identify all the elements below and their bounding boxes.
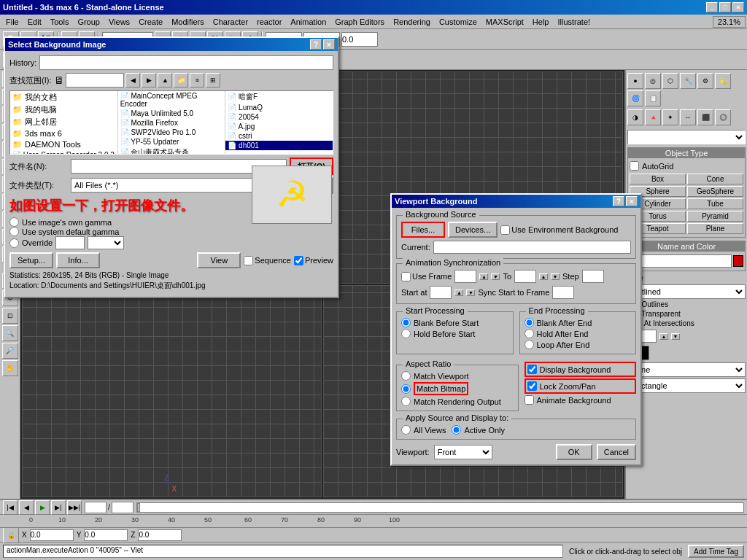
use-frame-val[interactable]: 0 bbox=[454, 270, 476, 283]
menu-create[interactable]: Create bbox=[134, 16, 167, 28]
menu-edit[interactable]: Edit bbox=[23, 16, 46, 28]
lock-icon[interactable]: 🔒 bbox=[3, 527, 19, 543]
rp-icon14[interactable]: 🔘 bbox=[715, 109, 731, 125]
sequence-check[interactable] bbox=[244, 256, 253, 265]
start-at-spinner-up[interactable]: ▲ bbox=[454, 289, 463, 296]
nav-back[interactable]: ◀ bbox=[125, 73, 140, 88]
coord-y[interactable] bbox=[84, 529, 128, 541]
menu-views[interactable]: Views bbox=[104, 16, 134, 28]
menu-customize[interactable]: Customize bbox=[435, 16, 481, 28]
match-bitmap-radio[interactable] bbox=[401, 384, 411, 394]
viewport-select[interactable]: Front bbox=[434, 445, 492, 459]
menu-character[interactable]: Character bbox=[209, 16, 252, 28]
preview-check[interactable] bbox=[294, 256, 303, 265]
file-item-pc[interactable]: 📁 我的电脑 bbox=[10, 104, 117, 116]
file-item-network[interactable]: 📁 网上邻居 bbox=[10, 116, 117, 128]
gamma-value[interactable] bbox=[55, 236, 85, 249]
gamma-system[interactable] bbox=[9, 227, 19, 236]
left-tool-pan[interactable]: ✋ bbox=[2, 360, 18, 376]
menu-help[interactable]: Help bbox=[528, 16, 554, 28]
nav-next[interactable]: ▶| bbox=[51, 500, 66, 515]
obj-btn-pyramid[interactable]: Pyramid bbox=[687, 211, 743, 222]
menu-modifiers[interactable]: Modifiers bbox=[167, 16, 209, 28]
menu-group[interactable]: Group bbox=[73, 16, 104, 28]
active-only-radio[interactable] bbox=[452, 425, 461, 435]
start-at-spinner-dn[interactable]: ▼ bbox=[466, 289, 475, 296]
rect-select[interactable]: Rectangle bbox=[627, 378, 746, 393]
use-frame-spinner-dn[interactable]: ▼ bbox=[491, 273, 500, 280]
file-list-area[interactable]: 📁 我的文档 📁 我的电脑 📁 网上邻居 📁 3ds max 6 📁 DAEMO… bbox=[9, 90, 333, 155]
file-item-dh001[interactable]: 📄 dh001 bbox=[225, 141, 333, 150]
vp-dialog-help[interactable]: ? bbox=[613, 196, 624, 206]
rp-icon2[interactable]: ◎ bbox=[645, 73, 661, 89]
value-spinner-dn[interactable]: ▼ bbox=[671, 333, 680, 340]
file-dialog-help[interactable]: ? bbox=[310, 39, 322, 50]
files-btn[interactable]: Files... bbox=[401, 222, 445, 238]
hold-after-end[interactable] bbox=[525, 329, 534, 338]
autogrid-check[interactable] bbox=[630, 161, 639, 171]
vp-cancel-btn[interactable]: Cancel bbox=[597, 444, 636, 460]
animate-bg-check[interactable] bbox=[525, 395, 534, 405]
blank-before-start[interactable] bbox=[401, 318, 411, 327]
hold-before-start[interactable] bbox=[401, 329, 411, 338]
file-item-dark[interactable]: 📄 暗窗F bbox=[225, 91, 333, 103]
view-btn[interactable]: View bbox=[197, 252, 241, 268]
setup-btn[interactable]: Setup... bbox=[9, 252, 53, 268]
devices-btn[interactable]: Devices... bbox=[448, 222, 498, 238]
rp-icon8[interactable]: 📋 bbox=[645, 90, 661, 106]
nav-fwd[interactable]: ▶ bbox=[142, 73, 156, 88]
gamma-select[interactable] bbox=[88, 236, 124, 249]
to-spinner-dn[interactable]: ▼ bbox=[551, 273, 560, 280]
file-item-maya[interactable]: 📄 Maya Unlimited 5.0 bbox=[118, 109, 225, 118]
sync-start-val[interactable]: 0 bbox=[552, 286, 574, 299]
rp-icon13[interactable]: ⬛ bbox=[697, 109, 713, 125]
rp-icon3[interactable]: ⬡ bbox=[662, 73, 678, 89]
to-spinner-up[interactable]: ▲ bbox=[539, 273, 548, 280]
start-at-val[interactable]: 0 bbox=[430, 286, 452, 299]
close-btn[interactable]: × bbox=[732, 2, 744, 12]
gamma-own[interactable] bbox=[9, 217, 19, 227]
nav-list[interactable]: ≡ bbox=[190, 73, 204, 88]
use-env-bg-check[interactable] bbox=[500, 225, 510, 235]
file-item-mc[interactable]: 📄 MainConcept MPEG Encoder bbox=[118, 91, 225, 109]
search-folder[interactable]: 桌面 bbox=[66, 73, 124, 88]
menu-reactor[interactable]: reactor bbox=[252, 16, 286, 28]
rp-icon12[interactable]: ↔ bbox=[680, 109, 696, 125]
obj-btn-plane[interactable]: Plane bbox=[687, 223, 743, 234]
step-val[interactable]: 1 bbox=[582, 270, 604, 283]
file-item-luma[interactable]: 📄 LumaQ bbox=[225, 103, 333, 112]
obj-btn-box[interactable]: Box bbox=[630, 174, 686, 184]
obj-btn-tube[interactable]: Tube bbox=[687, 198, 743, 209]
coord-x[interactable] bbox=[30, 529, 74, 541]
file-item-2005[interactable]: 📄 20054 bbox=[225, 112, 333, 122]
history-input[interactable]: I:\3dsmax6\maps\Backgrounds bbox=[39, 55, 333, 70]
lock-zoom-check[interactable] bbox=[527, 381, 537, 391]
obj-btn-cone[interactable]: Cone bbox=[687, 174, 743, 184]
type-select[interactable]: Outlined bbox=[627, 284, 746, 299]
menu-rendering[interactable]: Rendering bbox=[389, 16, 435, 28]
nav-new-folder[interactable]: 📁 bbox=[174, 73, 188, 88]
vp-ok-btn[interactable]: OK bbox=[556, 444, 592, 460]
current-input[interactable] bbox=[433, 241, 631, 254]
use-frame-check[interactable] bbox=[401, 272, 411, 281]
menu-illustrate[interactable]: Illustrate! bbox=[553, 16, 595, 28]
timeline-track[interactable] bbox=[136, 502, 744, 513]
file-item-yp55[interactable]: 📄 YP-55 Updater bbox=[118, 137, 225, 147]
file-dialog[interactable]: Select Background Image ? × History: I:\… bbox=[4, 36, 339, 298]
name-input[interactable] bbox=[630, 254, 732, 268]
none-select[interactable]: None bbox=[627, 362, 746, 377]
match-rendering-radio[interactable] bbox=[401, 397, 411, 406]
rp-icon10[interactable]: 🔺 bbox=[645, 109, 661, 125]
color-swatch[interactable] bbox=[733, 255, 743, 267]
rp-icon7[interactable]: 🌀 bbox=[627, 90, 643, 106]
primitives-dropdown[interactable]: Standard Primitives bbox=[627, 130, 746, 144]
nav-first[interactable]: |◀ bbox=[3, 500, 18, 515]
add-time-tag-btn[interactable]: Add Time Tag bbox=[688, 545, 744, 558]
nav-play[interactable]: ▶ bbox=[35, 500, 50, 515]
left-tool-zoom[interactable]: 🔍 bbox=[2, 325, 18, 341]
minimize-btn[interactable]: _ bbox=[706, 2, 718, 12]
maximize-btn[interactable]: □ bbox=[719, 2, 731, 12]
match-viewport-radio[interactable] bbox=[401, 371, 411, 381]
obj-btn-geosphere[interactable]: GeoSphere bbox=[687, 186, 743, 197]
file-item-ajpg[interactable]: 📄 A.jpg bbox=[225, 122, 333, 131]
